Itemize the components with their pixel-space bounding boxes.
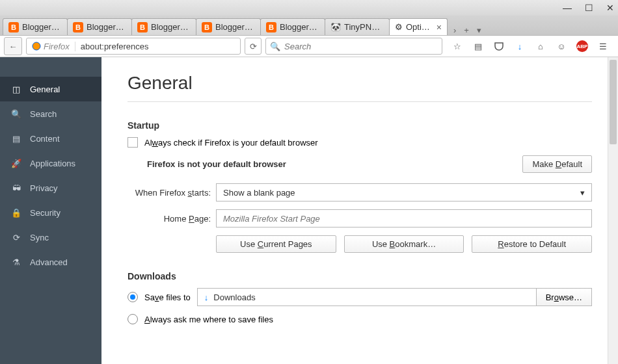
startup-select-value: Show a blank page	[223, 188, 295, 198]
sidebar-item-label: Search	[30, 109, 57, 119]
tab-label: Blogger: …	[87, 22, 126, 32]
scrollbar[interactable]	[608, 57, 618, 364]
sidebar-item-security[interactable]: 🔒Security	[0, 200, 101, 225]
new-tab-icon[interactable]: +	[464, 25, 469, 35]
search-input[interactable]	[284, 42, 438, 51]
sidebar-item-label: Applications	[30, 159, 75, 168]
tab-label: Opti…	[406, 22, 433, 32]
sidebar-item-label: Sync	[30, 233, 49, 242]
menu-icon[interactable]: ☰	[597, 40, 609, 52]
page-title: General	[128, 73, 592, 94]
tab-4[interactable]: BBlogger: …	[260, 18, 325, 35]
blogger-icon: B	[202, 22, 212, 32]
sidebar-item-sync[interactable]: ⟳Sync	[0, 225, 101, 250]
reader-icon[interactable]: ▤	[472, 40, 484, 52]
scrollbar-thumb[interactable]	[610, 60, 617, 144]
identity-label: Firefox	[44, 42, 70, 51]
blogger-icon: B	[137, 22, 148, 32]
gear-icon: ⚙	[395, 22, 403, 32]
sidebar-item-content[interactable]: ▤Content	[0, 126, 101, 151]
close-window-button[interactable]: ✕	[606, 3, 614, 13]
tab-label: TinyPNG …	[344, 22, 384, 32]
applications-icon: 🚀	[10, 157, 22, 169]
sidebar-item-label: Privacy	[30, 183, 58, 193]
sidebar-item-applications[interactable]: 🚀Applications	[0, 151, 101, 176]
toolbar-icons: ☆ ▤ ↓ ⌂ ☺ ABP ☰	[446, 40, 614, 52]
pocket-icon[interactable]	[493, 40, 505, 52]
tab-label: Blogger: …	[151, 22, 191, 32]
download-arrow-icon: ↓	[204, 292, 209, 302]
tab-2[interactable]: BBlogger: …	[131, 18, 196, 35]
always-ask-label: Always ask me where to save files	[144, 315, 273, 324]
blogger-icon: B	[73, 22, 83, 32]
content-icon: ▤	[10, 133, 22, 144]
search-bar[interactable]: 🔍	[265, 38, 442, 55]
tab-6[interactable]: ⚙Opti…×	[389, 18, 448, 35]
sidebar-item-label: Advanced	[30, 257, 68, 267]
blogger-icon: B	[8, 22, 19, 32]
tab-1[interactable]: BBlogger: …	[67, 18, 132, 35]
reload-button[interactable]: ⟳	[245, 38, 262, 55]
panda-icon: 🐼	[330, 22, 341, 32]
url-text: about:preferences	[75, 42, 240, 51]
save-to-label: Save files to	[144, 292, 191, 302]
downloads-heading: Downloads	[128, 271, 592, 281]
download-icon[interactable]: ↓	[514, 40, 526, 52]
home-icon[interactable]: ⌂	[535, 40, 546, 52]
make-default-button[interactable]: Make Default	[522, 155, 592, 173]
tab-3[interactable]: BBlogger: …	[196, 18, 261, 35]
download-path: ↓ Downloads	[198, 289, 536, 306]
home-page-label: Home Page:	[128, 214, 211, 224]
nav-toolbar: ← Firefox about:preferences ⟳ 🔍 ☆ ▤ ↓ ⌂ …	[0, 35, 618, 57]
search-icon: 🔍	[270, 42, 280, 51]
sidebar-item-label: Security	[30, 208, 60, 218]
when-starts-label: When Firefox starts:	[128, 188, 211, 198]
default-browser-status: Firefox is not your default browser	[147, 159, 286, 169]
always-check-label: Always check if Firefox is your default …	[144, 138, 318, 148]
save-to-radio[interactable]	[128, 292, 138, 302]
sidebar-item-privacy[interactable]: 🕶Privacy	[0, 176, 101, 200]
close-tab-icon[interactable]: ×	[437, 22, 442, 32]
startup-heading: Startup	[128, 120, 592, 131]
advanced-icon: ⚗	[10, 256, 22, 268]
startup-select[interactable]: Show a blank page ▾	[216, 183, 592, 202]
tab-strip: BBlogger: …BBlogger: …BBlogger: …BBlogge…	[0, 16, 618, 35]
hello-icon[interactable]: ☺	[556, 40, 567, 52]
privacy-icon: 🕶	[10, 182, 22, 194]
tab-5[interactable]: 🐼TinyPNG …	[325, 18, 390, 35]
use-bookmark-button[interactable]: Use Bookmark…	[344, 235, 464, 253]
security-icon: 🔒	[10, 207, 22, 218]
tab-label: Blogger: …	[280, 22, 319, 32]
svg-point-0	[33, 42, 40, 50]
sync-icon: ⟳	[10, 231, 22, 243]
url-bar[interactable]: Firefox about:preferences	[26, 38, 241, 55]
preferences-main: General Startup Always check if Firefox …	[101, 57, 618, 364]
home-page-input[interactable]	[216, 209, 592, 228]
tab-dropdown-icon[interactable]: ▾	[477, 25, 481, 35]
minimize-button[interactable]: —	[563, 3, 572, 13]
tab-label: Blogger: …	[215, 22, 255, 32]
general-icon: ◫	[10, 83, 22, 95]
sidebar-item-advanced[interactable]: ⚗Advanced	[0, 250, 101, 274]
adblock-icon[interactable]: ABP	[576, 40, 588, 52]
browse-button[interactable]: Browse…	[536, 289, 591, 306]
identity-box[interactable]: Firefox	[27, 42, 75, 51]
always-ask-radio[interactable]	[128, 314, 138, 324]
always-check-checkbox[interactable]	[128, 137, 138, 148]
sidebar-item-search[interactable]: 🔍Search	[0, 101, 101, 126]
divider	[128, 101, 592, 102]
tab-history-icon[interactable]: ›	[453, 25, 456, 35]
tab-label: Blogger: …	[22, 22, 62, 32]
download-path-text: Downloads	[213, 292, 255, 302]
bookmark-star-icon[interactable]: ☆	[451, 40, 463, 52]
tab-0[interactable]: BBlogger: …	[3, 18, 68, 35]
preferences-sidebar: ◫General🔍Search▤Content🚀Applications🕶Pri…	[0, 57, 101, 364]
sidebar-item-label: General	[30, 84, 60, 94]
search-icon: 🔍	[10, 108, 22, 120]
maximize-button[interactable]: ☐	[585, 3, 593, 13]
use-current-button[interactable]: Use Current Pages	[216, 235, 336, 253]
restore-default-button[interactable]: Restore to Default	[472, 235, 592, 253]
sidebar-item-general[interactable]: ◫General	[0, 77, 101, 101]
sidebar-item-label: Content	[30, 134, 60, 144]
back-button[interactable]: ←	[4, 37, 22, 55]
